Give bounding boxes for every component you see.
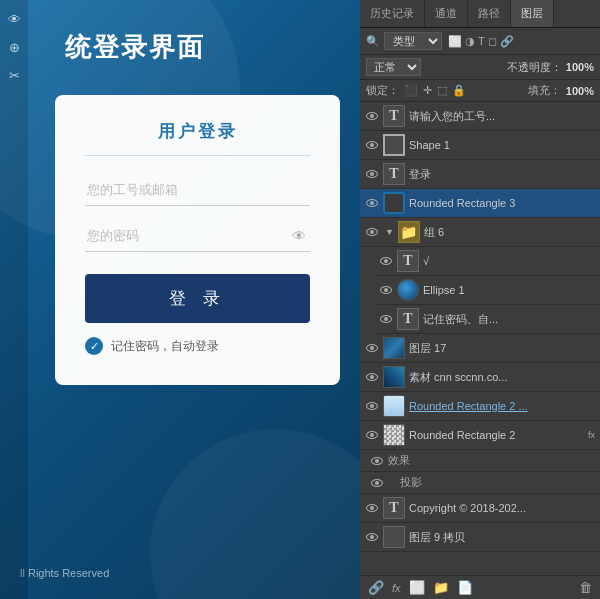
layer-item-layer9[interactable]: 图层 9 拷贝 (360, 523, 600, 552)
filter-type-icon[interactable]: T (478, 35, 485, 48)
lock-pixel-icon[interactable]: ⬛ (404, 84, 418, 97)
layer-thumbnail: T (383, 105, 405, 127)
layer-item[interactable]: Shape 1 (360, 131, 600, 160)
lock-artboard-icon[interactable]: ⬚ (437, 84, 447, 97)
layer-name: Rounded Rectangle 2 (409, 429, 582, 441)
layer-visibility-toggle[interactable] (365, 428, 379, 442)
filter-adjust-icon[interactable]: ◑ (465, 35, 475, 48)
layer-visibility-toggle[interactable] (365, 109, 379, 123)
fill-value: 100% (566, 85, 594, 97)
layer-thumbnail (383, 337, 405, 359)
login-button[interactable]: 登 录 (85, 274, 310, 323)
layer-visibility-toggle[interactable] (365, 138, 379, 152)
tab-history[interactable]: 历史记录 (360, 0, 425, 27)
layer-name: Ellipse 1 (423, 284, 595, 296)
new-group-icon[interactable]: 📁 (433, 580, 449, 595)
layer-thumbnail: T (383, 163, 405, 185)
lock-move-icon[interactable]: ✛ (423, 84, 432, 97)
tab-paths[interactable]: 路径 (468, 0, 511, 27)
layer-item[interactable]: T 登录 (360, 160, 600, 189)
app-title: 统登录界面 (35, 0, 360, 85)
layer-thumbnail: T (397, 308, 419, 330)
layer-thumbnail (383, 134, 405, 156)
layer-visibility-toggle[interactable] (379, 254, 393, 268)
filter-pixel-icon[interactable]: ⬜ (448, 35, 462, 48)
blend-mode-select[interactable]: 正常 (366, 58, 421, 76)
layer-name: 组 6 (424, 225, 595, 240)
filter-row: 🔍 类型 ⬜ ◑ T ◻ 🔗 (360, 28, 600, 55)
layer-shadow-item[interactable]: 投影 (360, 472, 600, 494)
tab-layers[interactable]: 图层 (511, 0, 554, 27)
layer-item-rounded-rect-3[interactable]: Rounded Rectangle 3 (360, 189, 600, 218)
tool-crop[interactable]: ✂ (3, 64, 25, 86)
layer-visibility-toggle[interactable] (365, 370, 379, 384)
username-input[interactable] (85, 174, 310, 206)
layer-item-ellipse-1[interactable]: Ellipse 1 (374, 276, 600, 305)
lock-all-icon[interactable]: 🔒 (452, 84, 466, 97)
login-card: 用户登录 👁 登 录 记住密码，自动登录 (55, 95, 340, 385)
layer-effect-item[interactable]: 效果 (360, 450, 600, 472)
layers-panel: 历史记录 通道 路径 图层 🔍 类型 ⬜ ◑ T ◻ 🔗 正常 不透明度： 10… (360, 0, 600, 599)
layer-thumbnail (397, 279, 419, 301)
layer-name: Rounded Rectangle 2 ... (409, 400, 595, 412)
opacity-value: 100% (566, 61, 594, 73)
layer-item[interactable]: 图层 17 (360, 334, 600, 363)
layer-item-copyright[interactable]: T Copyright © 2018-202... (360, 494, 600, 523)
layer-visibility-toggle[interactable] (365, 196, 379, 210)
username-group (85, 174, 310, 206)
new-layer-icon[interactable]: 📄 (457, 580, 473, 595)
layers-bottom-toolbar: 🔗 fx ⬜ 📁 📄 🗑 (360, 575, 600, 599)
effect-visibility-toggle[interactable] (370, 454, 384, 468)
filter-smart-icon[interactable]: 🔗 (500, 35, 514, 48)
layer-visibility-toggle[interactable] (365, 530, 379, 544)
filter-shape-icon[interactable]: ◻ (488, 35, 497, 48)
shadow-visibility-toggle[interactable] (370, 476, 384, 490)
eye-toggle-icon[interactable]: 👁 (292, 228, 306, 244)
filter-icon: 🔍 (366, 35, 380, 48)
layer-visibility-toggle[interactable] (365, 501, 379, 515)
tool-eye[interactable]: 👁 (3, 8, 25, 30)
layer-thumbnail (383, 395, 405, 417)
layer-name: Copyright © 2018-202... (409, 502, 595, 514)
lock-label: 锁定： (366, 83, 399, 98)
layer-item[interactable]: T 记住密码、自... (374, 305, 600, 334)
layer-thumbnail (383, 526, 405, 548)
layer-name: 图层 9 拷贝 (409, 530, 595, 545)
layer-item-group-6[interactable]: ▼ 📁 组 6 (360, 218, 600, 247)
layer-thumbnail (383, 424, 405, 446)
filter-select[interactable]: 类型 (384, 32, 442, 50)
remember-checkbox[interactable] (85, 337, 103, 355)
layer-name: √ (423, 255, 595, 267)
layers-list: T 请输入您的工号... Shape 1 T 登录 Rounded Rectan… (360, 102, 600, 575)
layer-visibility-toggle[interactable] (365, 399, 379, 413)
layer-visibility-toggle[interactable] (365, 167, 379, 181)
layer-item[interactable]: T √ (374, 247, 600, 276)
layer-visibility-toggle[interactable] (365, 225, 379, 239)
layer-thumbnail: T (383, 497, 405, 519)
layer-item[interactable]: T 请输入您的工号... (360, 102, 600, 131)
layer-thumbnail (383, 366, 405, 388)
blend-row: 正常 不透明度： 100% (360, 55, 600, 80)
left-toolbar: 👁 ⊕ ✂ (0, 0, 28, 599)
tool-cursor[interactable]: ⊕ (3, 36, 25, 58)
layer-item[interactable]: 素材 cnn sccnn.co... (360, 363, 600, 392)
add-mask-icon[interactable]: ⬜ (409, 580, 425, 595)
layer-item-rounded-rect-2b[interactable]: Rounded Rectangle 2 fx (360, 421, 600, 450)
filter-icons: ⬜ ◑ T ◻ 🔗 (448, 35, 514, 48)
add-style-icon[interactable]: fx (392, 582, 401, 594)
layer-visibility-toggle[interactable] (379, 283, 393, 297)
layer-visibility-toggle[interactable] (365, 341, 379, 355)
tab-channels[interactable]: 通道 (425, 0, 468, 27)
layer-item-rounded-rect-2a[interactable]: Rounded Rectangle 2 ... (360, 392, 600, 421)
link-layers-icon[interactable]: 🔗 (368, 580, 384, 595)
delete-layer-icon[interactable]: 🗑 (579, 580, 592, 595)
layer-thumbnail: T (397, 250, 419, 272)
opacity-label: 不透明度： (507, 60, 562, 75)
layer-name: 记住密码、自... (423, 312, 595, 327)
password-input[interactable] (85, 220, 310, 252)
lock-icons: ⬛ ✛ ⬚ 🔒 (404, 84, 466, 97)
folder-arrow-icon[interactable]: ▼ (385, 227, 394, 237)
layer-name: 登录 (409, 167, 595, 182)
shadow-name: 投影 (388, 475, 422, 490)
layer-visibility-toggle[interactable] (379, 312, 393, 326)
